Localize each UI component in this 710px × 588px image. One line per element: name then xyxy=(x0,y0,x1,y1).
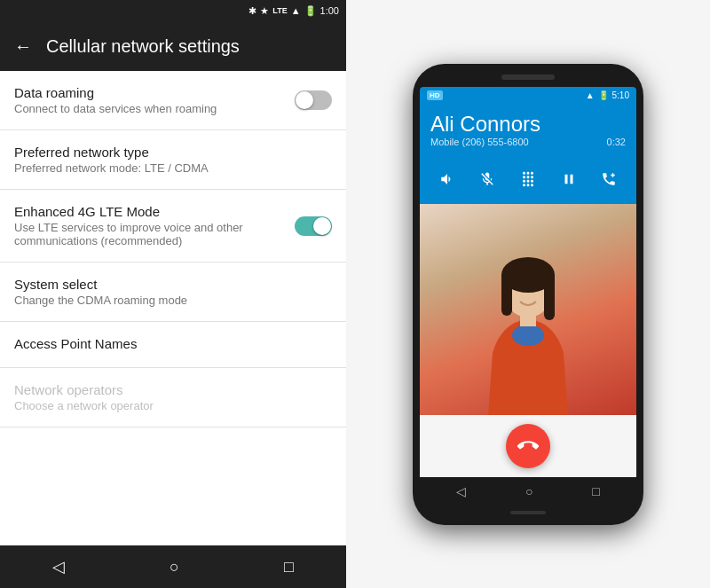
setting-title-enhanced-lte: Enhanced 4G LTE Mode xyxy=(14,204,295,219)
setting-subtitle-network-operators: Choose a network operator xyxy=(14,399,332,412)
status-bar-icons: ✱ ★ LTE ▲ 🔋 1:00 xyxy=(248,5,339,17)
svg-rect-5 xyxy=(520,313,536,326)
setting-item-data-roaming[interactable]: Data roaming Connect to data services wh… xyxy=(0,71,346,130)
person-silhouette xyxy=(470,255,586,415)
setting-title-data-roaming: Data roaming xyxy=(14,85,295,100)
status-time: 1:00 xyxy=(320,5,339,16)
call-duration: 0:32 xyxy=(607,137,626,147)
battery-icon: 🔋 xyxy=(304,5,317,17)
setting-title-system-select: System select xyxy=(14,277,332,292)
setting-text-system-select: System select Change the CDMA roaming mo… xyxy=(14,277,332,307)
right-panel: HD ▲ 🔋 5:10 Ali Connors Mobile (206) 555… xyxy=(346,0,710,588)
setting-item-network-operators: Network operators Choose a network opera… xyxy=(0,368,346,427)
setting-text-network-operators: Network operators Choose a network opera… xyxy=(14,382,332,412)
app-bar: ← Cellular network settings xyxy=(0,21,346,71)
end-call-area xyxy=(420,415,636,477)
setting-title-network-operators: Network operators xyxy=(14,382,332,397)
signal-icon: ▲ xyxy=(291,5,301,16)
setting-title-preferred-network: Preferred network type xyxy=(14,145,332,160)
call-battery-icon: 🔋 xyxy=(598,90,609,100)
caller-info-row: Mobile (206) 555-6800 0:32 xyxy=(430,137,626,147)
call-actions-bar xyxy=(420,158,636,204)
setting-text-data-roaming: Data roaming Connect to data services wh… xyxy=(14,85,295,115)
phone-nav: ◁ ○ □ xyxy=(420,477,636,506)
phone-mockup: HD ▲ 🔋 5:10 Ali Connors Mobile (206) 555… xyxy=(413,64,643,525)
settings-list: Data roaming Connect to data services wh… xyxy=(0,71,346,545)
svg-rect-2 xyxy=(501,271,512,316)
end-call-button[interactable] xyxy=(506,424,550,468)
phone-bottom-bar xyxy=(510,511,546,514)
hold-button[interactable] xyxy=(553,163,585,195)
back-button[interactable]: ← xyxy=(14,36,32,57)
setting-item-access-point[interactable]: Access Point Names xyxy=(0,322,346,368)
bluetooth-icon: ✱ xyxy=(248,5,256,17)
bottom-nav: ◁ ○ □ xyxy=(0,545,346,588)
hd-badge: HD xyxy=(427,90,443,100)
phone-nav-home[interactable]: ○ xyxy=(525,484,532,498)
add-call-button[interactable] xyxy=(593,163,625,195)
phone-nav-back[interactable]: ◁ xyxy=(456,484,466,498)
phone-screen: HD ▲ 🔋 5:10 Ali Connors Mobile (206) 555… xyxy=(420,87,636,506)
star-icon: ★ xyxy=(260,5,269,17)
left-panel: ✱ ★ LTE ▲ 🔋 1:00 ← Cellular network sett… xyxy=(0,0,346,588)
setting-text-preferred-network: Preferred network type Preferred network… xyxy=(14,145,332,175)
toggle-knob-data-roaming xyxy=(296,91,313,109)
setting-subtitle-system-select: Change the CDMA roaming mode xyxy=(14,294,332,307)
call-status-bar: HD ▲ 🔋 5:10 xyxy=(420,87,636,105)
phone-nav-recent[interactable]: □ xyxy=(592,484,599,498)
call-status-left: HD xyxy=(427,90,443,100)
keypad-button[interactable] xyxy=(512,163,544,195)
svg-rect-3 xyxy=(544,271,555,320)
setting-subtitle-data-roaming: Connect to data services when roaming xyxy=(14,102,295,115)
caller-number: Mobile (206) 555-6800 xyxy=(430,137,529,147)
speaker-button[interactable] xyxy=(431,163,463,195)
setting-subtitle-enhanced-lte: Use LTE services to improve voice and ot… xyxy=(14,221,295,247)
caller-name: Ali Connors xyxy=(430,112,626,137)
nav-recent-button[interactable]: □ xyxy=(266,551,312,584)
caller-phone: (206) 555-6800 xyxy=(462,137,528,147)
setting-item-preferred-network[interactable]: Preferred network type Preferred network… xyxy=(0,130,346,190)
caller-type: Mobile xyxy=(430,137,459,147)
page-title: Cellular network settings xyxy=(46,36,240,57)
nav-back-button[interactable]: ◁ xyxy=(35,550,83,584)
mute-button[interactable] xyxy=(471,163,503,195)
call-signal-icon: ▲ xyxy=(586,90,595,100)
setting-title-access-point: Access Point Names xyxy=(14,336,332,351)
toggle-knob-enhanced-lte xyxy=(313,217,331,235)
setting-text-enhanced-lte: Enhanced 4G LTE Mode Use LTE services to… xyxy=(14,204,295,247)
call-status-time: 5:10 xyxy=(612,90,629,100)
toggle-data-roaming[interactable] xyxy=(295,90,332,110)
nav-home-button[interactable]: ○ xyxy=(152,551,197,584)
svg-point-4 xyxy=(512,325,544,346)
phone-speaker xyxy=(501,74,555,80)
setting-text-access-point: Access Point Names xyxy=(14,336,332,353)
call-header: Ali Connors Mobile (206) 555-6800 0:32 xyxy=(420,105,636,158)
setting-item-system-select[interactable]: System select Change the CDMA roaming mo… xyxy=(0,263,346,322)
setting-item-enhanced-lte[interactable]: Enhanced 4G LTE Mode Use LTE services to… xyxy=(0,190,346,263)
call-status-right: ▲ 🔋 5:10 xyxy=(586,90,629,100)
caller-photo xyxy=(420,204,636,415)
setting-subtitle-preferred-network: Preferred network mode: LTE / CDMA xyxy=(14,161,332,175)
lte-icon: LTE xyxy=(272,6,287,15)
toggle-enhanced-lte[interactable] xyxy=(295,216,332,236)
status-bar: ✱ ★ LTE ▲ 🔋 1:00 xyxy=(0,0,346,21)
